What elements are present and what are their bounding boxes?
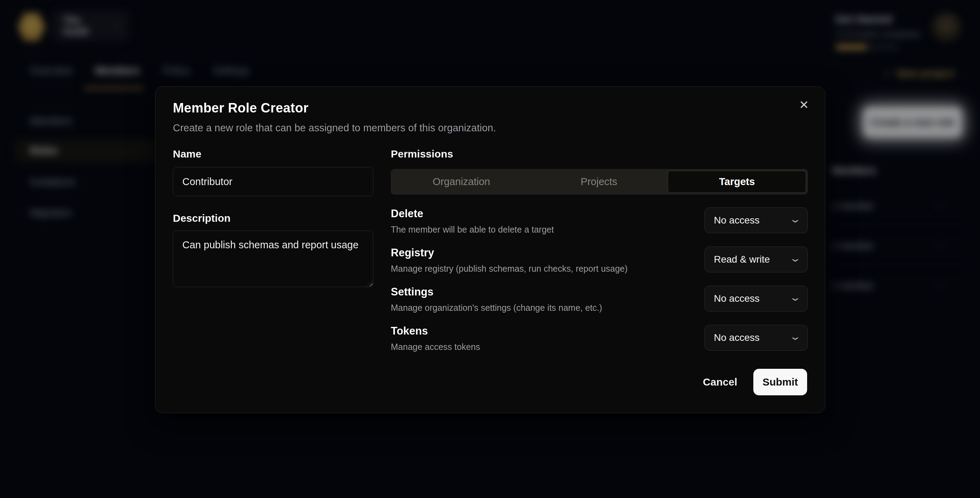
dialog-title: Member Role Creator bbox=[173, 100, 309, 116]
tokens-access-select[interactable]: No access ⌄ bbox=[705, 325, 808, 351]
registry-access-select[interactable]: Read & write ⌄ bbox=[705, 247, 808, 272]
name-label: Name bbox=[173, 148, 202, 160]
description-textarea[interactable]: Can publish schemas and report usage bbox=[173, 231, 373, 287]
member-role-creator-dialog: ✕ Member Role Creator Create a new role … bbox=[155, 86, 825, 413]
name-input[interactable] bbox=[173, 167, 373, 196]
selected-value: No access bbox=[714, 332, 760, 343]
dialog-subtitle: Create a new role that can be assigned t… bbox=[173, 122, 496, 134]
selected-value: No access bbox=[714, 293, 760, 304]
chevron-down-icon: ⌄ bbox=[789, 213, 801, 225]
cancel-button[interactable]: Cancel bbox=[700, 371, 741, 393]
chevron-down-icon: ⌄ bbox=[789, 253, 801, 264]
settings-access-select[interactable]: No access ⌄ bbox=[705, 286, 808, 312]
permissions-tabs: Organization Projects Targets bbox=[391, 169, 808, 194]
perm-tab-projects[interactable]: Projects bbox=[530, 171, 668, 193]
dialog-footer: Cancel Submit bbox=[700, 369, 807, 395]
permission-section-registry: Registry Manage registry (publish schema… bbox=[391, 247, 808, 277]
perm-tab-organization[interactable]: Organization bbox=[393, 171, 530, 193]
app-root: The Guild ⌄ Get Started 2 of 6 tasks com… bbox=[0, 0, 980, 498]
permission-section-settings: Settings Manage organization's settings … bbox=[391, 286, 808, 316]
selected-value: No access bbox=[714, 215, 760, 226]
perm-tab-targets[interactable]: Targets bbox=[668, 171, 806, 193]
chevron-down-icon: ⌄ bbox=[789, 331, 801, 342]
submit-button[interactable]: Submit bbox=[753, 369, 807, 395]
close-icon[interactable]: ✕ bbox=[795, 96, 813, 114]
permission-section-tokens: Tokens Manage access tokens No access ⌄ bbox=[391, 325, 808, 355]
description-label: Description bbox=[173, 212, 231, 224]
delete-access-select[interactable]: No access ⌄ bbox=[705, 207, 808, 233]
permissions-label: Permissions bbox=[391, 148, 453, 160]
permission-section-delete: Delete The member will be able to delete… bbox=[391, 207, 808, 237]
chevron-down-icon: ⌄ bbox=[789, 291, 801, 303]
selected-value: Read & write bbox=[714, 254, 770, 265]
